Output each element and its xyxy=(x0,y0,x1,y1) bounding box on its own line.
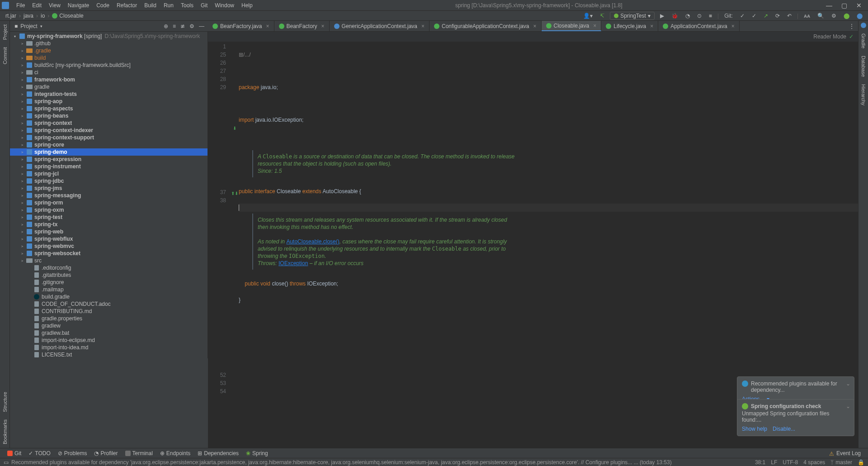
commit-tool-tab[interactable]: Commit xyxy=(1,43,9,68)
hierarchy-tool-tab[interactable]: Hierarchy xyxy=(860,81,867,109)
build-icon[interactable]: ↸ xyxy=(598,13,606,19)
run-configuration-selector[interactable]: SpringTest ▾ xyxy=(610,12,655,20)
stop-button[interactable]: ■ xyxy=(707,13,714,19)
editor-tab[interactable]: ConfigurableApplicationContext.java× xyxy=(429,21,541,31)
status-git[interactable]: Git xyxy=(4,450,25,456)
breadcrumb[interactable]: io xyxy=(39,13,47,19)
tree-row[interactable]: >spring-web xyxy=(10,228,208,235)
expand-arrow-icon[interactable]: > xyxy=(20,92,24,96)
tree-root[interactable]: ▾ my-spring-framework [spring] D:\Java\S… xyxy=(10,33,208,40)
expand-arrow-icon[interactable]: > xyxy=(20,259,24,263)
editor-tab[interactable]: Closeable.java× xyxy=(542,21,602,31)
expand-arrow-icon[interactable]: > xyxy=(20,71,24,75)
settings-icon[interactable]: ⚙ xyxy=(189,23,194,29)
addon2-icon[interactable]: ⬤ xyxy=(855,13,864,19)
tree-row[interactable]: ▸gradlew xyxy=(10,322,208,329)
tree-row[interactable]: >.github xyxy=(10,40,208,47)
menu-run[interactable]: Run xyxy=(160,2,177,9)
project-panel-selector[interactable]: ■Project▾ xyxy=(10,23,47,29)
close-tab-icon[interactable]: × xyxy=(321,23,325,29)
expand-arrow-icon[interactable]: > xyxy=(20,42,24,46)
tree-row[interactable]: >spring-websocket xyxy=(10,250,208,257)
git-rollback-icon[interactable]: ↶ xyxy=(785,13,793,19)
settings-icon[interactable]: ⚙ xyxy=(830,13,838,19)
tree-row[interactable]: >spring-expression xyxy=(10,156,208,163)
debug-button[interactable]: 🐞 xyxy=(670,13,680,19)
menu-edit[interactable]: Edit xyxy=(28,2,45,9)
tree-row[interactable]: ▸.gitattributes xyxy=(10,271,208,279)
expand-arrow-icon[interactable]: > xyxy=(20,244,24,248)
tree-row[interactable]: >spring-webflux xyxy=(10,235,208,243)
maximize-button[interactable]: ▢ xyxy=(837,2,852,9)
breadcrumb[interactable]: rt.jar xyxy=(4,13,18,19)
tree-row[interactable]: >spring-context-support xyxy=(10,134,208,141)
search-everywhere-icon[interactable]: 🔍 xyxy=(816,13,826,19)
expand-arrow-icon[interactable]: > xyxy=(20,49,24,53)
expand-arrow-icon[interactable]: > xyxy=(20,215,24,219)
disable-link[interactable]: Disable... xyxy=(773,426,795,432)
tree-row[interactable]: ▸build.gradle xyxy=(10,293,208,300)
close-tab-icon[interactable]: × xyxy=(650,23,653,29)
menu-git[interactable]: Git xyxy=(197,2,211,9)
expand-arrow-icon[interactable]: > xyxy=(20,136,24,140)
expand-arrow-icon[interactable]: > xyxy=(20,201,24,205)
tree-row[interactable]: >.gradle xyxy=(10,47,208,54)
hide-icon[interactable]: — xyxy=(199,23,204,29)
editor-tab[interactable]: BeanFactory.java× xyxy=(208,21,274,31)
expand-arrow-icon[interactable]: > xyxy=(20,121,24,125)
tree-row[interactable]: ▸CODE_OF_CONDUCT.adoc xyxy=(10,300,208,308)
expand-arrow-icon[interactable]: > xyxy=(20,100,24,104)
close-tab-icon[interactable]: × xyxy=(731,23,735,29)
tree-row[interactable]: >spring-oxm xyxy=(10,206,208,214)
tree-row[interactable]: >spring-webmvc xyxy=(10,243,208,250)
tree-row[interactable]: >spring-messaging xyxy=(10,192,208,199)
status-endpoints[interactable]: ⊕Endpoints xyxy=(156,450,194,456)
structure-tool-tab[interactable]: Structure xyxy=(1,388,9,416)
addon-icon[interactable]: ⬤ xyxy=(842,13,851,19)
tree-row[interactable]: >build xyxy=(10,54,208,62)
tree-row[interactable]: ▸CONTRIBUTING.md xyxy=(10,308,208,315)
editor-tab[interactable]: ApplicationContext.java× xyxy=(658,21,739,31)
status-todo[interactable]: ✓TODO xyxy=(25,450,54,456)
expand-arrow-icon[interactable]: > xyxy=(20,157,24,162)
menu-build[interactable]: Build xyxy=(141,2,160,9)
expand-arrow-icon[interactable]: > xyxy=(20,78,24,82)
expand-icon[interactable]: ≡ xyxy=(173,23,176,29)
editor-tab[interactable]: BeanFactory× xyxy=(274,21,330,31)
gradle-orb-icon[interactable] xyxy=(861,23,866,28)
notification-spring[interactable]: Spring configuration check Unmapped Spri… xyxy=(737,399,854,436)
event-log[interactable]: ⚠Event Log xyxy=(826,450,864,456)
expand-arrow-icon[interactable]: > xyxy=(20,150,24,154)
search-icon[interactable]: ᴀᴀ xyxy=(802,13,812,19)
tree-row[interactable]: >spring-tx xyxy=(10,221,208,228)
expand-arrow-icon[interactable]: > xyxy=(20,56,24,60)
line-ending[interactable]: LF xyxy=(771,459,777,466)
locate-icon[interactable]: ⊕ xyxy=(164,23,168,29)
coverage-button[interactable]: ◔ xyxy=(684,13,692,19)
tree-row[interactable]: >spring-context xyxy=(10,119,208,127)
expand-arrow-icon[interactable]: > xyxy=(20,179,24,183)
expand-arrow-icon[interactable]: > xyxy=(20,194,24,198)
collapse-icon[interactable]: ≢ xyxy=(180,23,185,29)
bookmarks-tool-tab[interactable]: Bookmarks xyxy=(1,416,9,448)
quick-access-icon[interactable]: ▭ xyxy=(4,459,9,466)
expand-arrow-icon[interactable]: > xyxy=(20,114,24,118)
expand-arrow-icon[interactable]: > xyxy=(20,85,24,89)
expand-arrow-icon[interactable]: > xyxy=(20,165,24,169)
tree-row[interactable]: ▸gradlew.bat xyxy=(10,329,208,337)
menu-tools[interactable]: Tools xyxy=(177,2,197,9)
expand-arrow-icon[interactable]: > xyxy=(20,252,24,256)
chevron-down-icon[interactable]: ⌄ xyxy=(846,403,850,409)
tree-row[interactable]: >spring-aop xyxy=(10,98,208,105)
close-tab-icon[interactable]: × xyxy=(266,23,269,29)
implements-icon[interactable]: ⬇ xyxy=(233,126,236,131)
expand-arrow-icon[interactable]: > xyxy=(20,172,24,176)
caret-position[interactable]: 38:1 xyxy=(755,459,765,466)
tree-row[interactable]: ▸gradle.properties xyxy=(10,315,208,322)
tree-row[interactable]: >buildSrc [my-spring-framework.buildSrc] xyxy=(10,62,208,69)
status-terminal[interactable]: Terminal xyxy=(122,450,156,456)
git-update-icon[interactable]: ✓ xyxy=(738,13,746,19)
tabs-more-icon[interactable]: ⋮ xyxy=(845,23,858,29)
lock-icon[interactable]: 🔒 xyxy=(858,459,864,466)
show-help-link[interactable]: Show help xyxy=(742,426,767,432)
